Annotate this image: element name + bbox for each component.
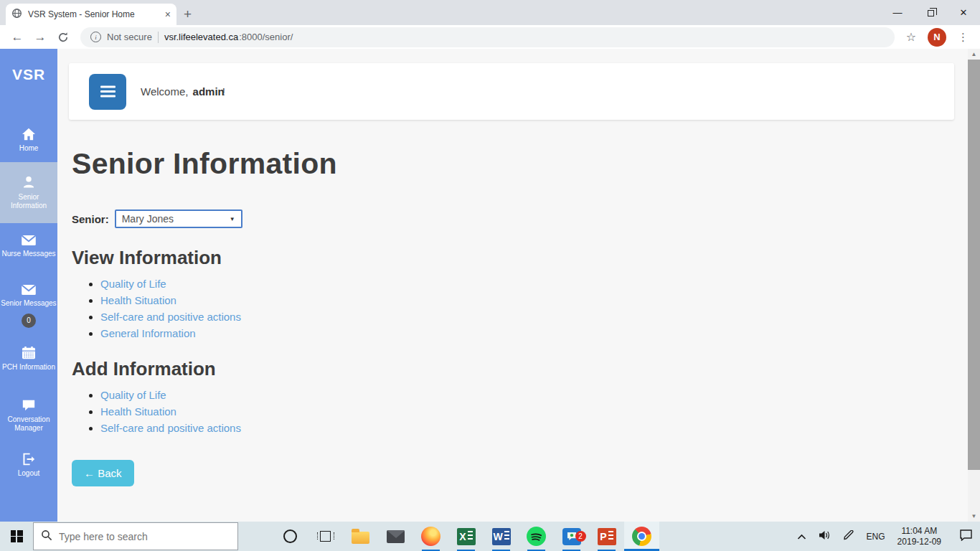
refresh-icon[interactable] [53,27,73,47]
window-restore-button[interactable] [914,0,947,25]
sidebar-item-conversation-manager[interactable]: Conversation Manager [0,399,57,433]
chat-app-button[interactable]: 2 [554,522,589,551]
logout-icon [22,453,36,466]
bookmark-star-icon[interactable]: ☆ [906,30,916,44]
system-tray: ENG 11:04 AM 2019-12-09 [797,526,980,547]
chrome-button[interactable] [624,522,659,551]
page-scrollbar[interactable]: ▲ ▼ [968,49,980,522]
person-icon [22,175,36,189]
notification-badge: 2 [575,531,586,542]
window-controls: — ✕ [881,0,980,25]
start-button[interactable] [0,522,33,551]
link-view-self-care[interactable]: Self-care and positive actions [100,311,241,323]
url-path: :8000/senior/ [239,32,293,42]
sidebar-item-label: Nurse Messages [1,250,55,258]
list-item: Self-care and positive actions [100,311,954,323]
sidebar-item-label: Home [19,144,39,153]
browser-tab-strip: VSR System - Senior Home × + — ✕ [0,0,980,25]
sidebar-item-pch-information[interactable]: PCH Information [0,347,57,372]
clock-time: 11:04 AM [897,526,941,537]
scroll-up-icon[interactable]: ▲ [971,49,977,60]
envelope-icon [21,284,37,296]
firefox-button[interactable] [413,522,448,551]
desktop-screen: VSR System - Senior Home × + — ✕ ← → i N… [0,0,980,551]
chrome-icon [632,527,651,546]
sidebar-item-senior-information[interactable]: Senior Information [0,162,57,223]
sidebar-item-home[interactable]: Home [0,128,57,153]
chat-app-icon: 2 [562,528,581,545]
search-input[interactable] [59,531,217,542]
word-button[interactable]: W [484,522,519,551]
spotify-button[interactable] [519,522,554,551]
taskbar-clock[interactable]: 11:04 AM 2019-12-09 [897,526,941,547]
tray-expand-icon[interactable] [797,530,806,543]
main-panel: Welcome, admin! Senior Information Senio… [57,49,980,522]
mail-icon [387,530,405,543]
link-add-self-care[interactable]: Self-care and positive actions [100,422,241,434]
view-information-heading: View Information [72,247,954,269]
senior-select[interactable]: Mary Jones ▼ [115,209,242,228]
address-bar[interactable]: i Not secure vsr.lifeelevated.ca :8000/s… [80,27,895,47]
forward-nav-icon[interactable]: → [30,27,50,47]
mail-button[interactable] [378,522,413,551]
scrollbar-thumb[interactable] [968,60,980,470]
taskbar-search[interactable] [33,522,238,550]
excel-button[interactable]: X [448,522,484,551]
sidebar-toggle-button[interactable] [89,74,126,110]
security-label: Not secure [107,32,152,42]
tab-close-icon[interactable]: × [165,9,171,20]
senior-select-value: Mary Jones [122,213,174,225]
cortana-button[interactable] [273,522,308,551]
task-view-button[interactable] [308,522,343,551]
info-icon[interactable]: i [90,32,101,42]
sidebar-item-nurse-messages[interactable]: Nurse Messages [0,235,57,258]
link-view-general-information[interactable]: General Information [100,327,196,339]
list-item: Health Situation [100,405,954,418]
chat-bubble-icon [22,399,36,412]
window-close-button[interactable]: ✕ [947,0,980,25]
list-item: Quality of Life [100,389,954,401]
profile-avatar[interactable]: N [928,28,946,47]
windows-ink-pen-icon[interactable] [843,530,854,543]
list-item: Self-care and positive actions [100,422,954,434]
new-tab-button[interactable]: + [184,6,192,22]
link-view-health-situation[interactable]: Health Situation [100,294,176,306]
language-indicator[interactable]: ENG [867,532,885,542]
browser-menu-icon[interactable]: ⋮ [958,31,969,44]
link-add-quality-of-life[interactable]: Quality of Life [100,389,166,401]
welcome-message: Welcome, admin! [141,85,225,98]
header-card: Welcome, admin! [69,63,954,120]
firefox-icon [421,527,440,546]
list-item: General Information [100,327,954,339]
sidebar: VSR Home Senior Information Nurse Messag… [0,49,57,522]
globe-favicon-icon [11,8,22,22]
envelope-icon [21,235,37,246]
sidebar-item-label: Senior Messages [1,299,56,308]
home-icon [22,128,36,141]
link-add-health-situation[interactable]: Health Situation [100,405,176,418]
page-title: Senior Information [72,147,954,181]
senior-label: Senior: [72,213,109,225]
task-view-icon [320,531,331,542]
sidebar-item-logout[interactable]: Logout [0,453,57,478]
sidebar-item-senior-messages[interactable]: Senior Messages 0 [0,284,57,328]
folder-icon [352,532,369,544]
excel-icon: X [457,528,476,545]
scroll-down-icon[interactable]: ▼ [971,511,977,522]
back-nav-icon[interactable]: ← [7,27,27,47]
file-explorer-button[interactable] [343,522,378,551]
chevron-down-icon: ▼ [230,216,235,222]
list-item: Quality of Life [100,278,954,290]
calendar-icon [22,347,36,359]
list-item: Health Situation [100,294,954,306]
window-minimize-button[interactable]: — [881,0,914,25]
back-button[interactable]: ← Back [72,460,134,486]
view-information-list: Quality of Life Health Situation Self-ca… [88,278,954,339]
powerpoint-icon: P [598,528,616,545]
action-center-icon[interactable] [959,529,973,544]
powerpoint-button[interactable]: P [589,522,624,551]
volume-icon[interactable] [819,530,831,543]
browser-tab[interactable]: VSR System - Senior Home × [6,4,176,25]
sidebar-item-label: Senior Information [1,193,56,210]
link-view-quality-of-life[interactable]: Quality of Life [100,278,166,290]
